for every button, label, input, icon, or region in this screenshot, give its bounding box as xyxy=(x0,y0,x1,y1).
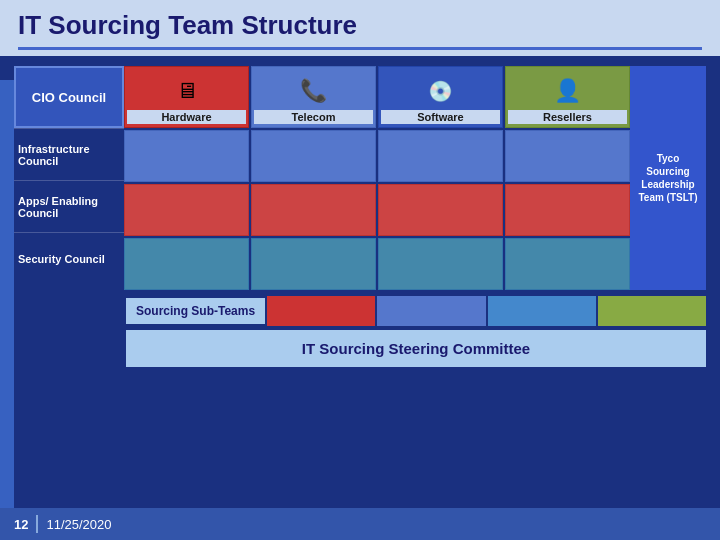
infra-re-cell xyxy=(505,130,630,182)
footer-date: 11/25/2020 xyxy=(46,517,111,532)
apps-row xyxy=(124,184,630,236)
tslt-box: Tyco Sourcing Leadership Team (TSLT) xyxy=(630,66,706,290)
infra-sw-cell xyxy=(378,130,503,182)
infra-tc-cell xyxy=(251,130,376,182)
security-council-label: Security Council xyxy=(14,232,124,284)
infrastructure-council-label: Infrastructure Council xyxy=(14,128,124,180)
sourcing-subteams-bar: Sourcing Sub-Teams xyxy=(14,296,706,326)
sec-hw-cell xyxy=(124,238,249,290)
apps-council-label: Apps/ Enabling Council xyxy=(14,180,124,232)
infrastructure-row xyxy=(124,130,630,182)
page-title: IT Sourcing Team Structure xyxy=(18,10,702,41)
main-content: CIO Council Infrastructure Council Apps/… xyxy=(0,56,720,290)
apps-tc-cell xyxy=(251,184,376,236)
steering-committee-row: IT Sourcing Steering Committee xyxy=(14,330,706,367)
sourcing-cell-4 xyxy=(598,296,706,326)
title-bar: IT Sourcing Team Structure xyxy=(0,0,720,56)
telecom-icon-area: 📞 xyxy=(300,71,327,110)
steering-label: IT Sourcing Steering Committee xyxy=(126,330,706,367)
hardware-label: Hardware xyxy=(127,110,246,124)
steering-left-space xyxy=(14,330,124,367)
category-software: 💿 Software xyxy=(378,66,503,128)
software-icon: 💿 xyxy=(428,79,453,103)
footer-divider xyxy=(36,515,38,533)
resellers-icon-area: 👤 xyxy=(554,71,581,110)
telecom-icon: 📞 xyxy=(300,78,327,104)
apps-hw-cell xyxy=(124,184,249,236)
hardware-icon: 🖥 xyxy=(176,78,198,104)
resellers-icon: 👤 xyxy=(554,78,581,104)
cio-council-box: CIO Council xyxy=(14,66,124,128)
apps-re-cell xyxy=(505,184,630,236)
sourcing-colored-cells xyxy=(267,296,706,326)
apps-sw-cell xyxy=(378,184,503,236)
sourcing-cell-1 xyxy=(267,296,375,326)
sourcing-cell-3 xyxy=(488,296,596,326)
telecom-label: Telecom xyxy=(254,110,373,124)
software-label: Software xyxy=(381,110,500,124)
sec-sw-cell xyxy=(378,238,503,290)
sec-tc-cell xyxy=(251,238,376,290)
hardware-icon-area: 🖥 xyxy=(176,71,198,110)
security-row xyxy=(124,238,630,290)
grid-area: 🖥 Hardware 📞 Telecom 💿 Software xyxy=(124,66,630,290)
software-icon-area: 💿 xyxy=(428,71,453,110)
infra-hw-cell xyxy=(124,130,249,182)
category-resellers: 👤 Resellers xyxy=(505,66,630,128)
category-telecom: 📞 Telecom xyxy=(251,66,376,128)
resellers-label: Resellers xyxy=(508,110,627,124)
footer-bar: 12 11/25/2020 xyxy=(0,508,720,540)
title-divider xyxy=(18,47,702,50)
sec-re-cell xyxy=(505,238,630,290)
council-grid-rows xyxy=(124,130,630,290)
left-accent-bar xyxy=(0,80,14,508)
category-header-row: 🖥 Hardware 📞 Telecom 💿 Software xyxy=(124,66,630,128)
page: IT Sourcing Team Structure CIO Council I… xyxy=(0,0,720,540)
left-column: CIO Council Infrastructure Council Apps/… xyxy=(14,66,124,290)
category-hardware: 🖥 Hardware xyxy=(124,66,249,128)
sourcing-cell-2 xyxy=(377,296,485,326)
sourcing-label: Sourcing Sub-Teams xyxy=(126,298,265,324)
page-number: 12 xyxy=(14,517,28,532)
